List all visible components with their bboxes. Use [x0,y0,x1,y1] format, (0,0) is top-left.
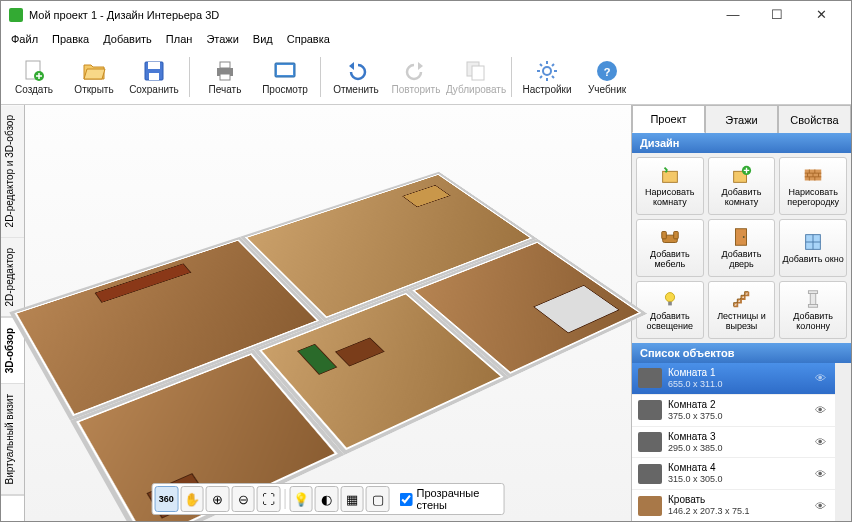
svg-rect-15 [662,171,677,182]
toolbar-new-button[interactable]: Создать [5,52,63,102]
zoom-in-button[interactable]: ⊕ [206,486,230,512]
window-title: Мой проект 1 - Дизайн Интерьера 3D [29,9,711,21]
maximize-button[interactable]: ☐ [755,4,799,26]
print-icon [213,59,237,83]
shade-button[interactable]: ◐ [315,486,339,512]
menubar: ФайлПравкаДобавитьПланЭтажиВидСправка [1,29,851,49]
lights-button[interactable]: 💡 [289,486,313,512]
menu-Файл[interactable]: Файл [5,31,44,47]
svg-rect-7 [220,74,230,80]
svg-rect-3 [148,62,160,69]
design-draw-room-button[interactable]: Нарисовать комнату [636,157,704,215]
toolbar-help-button[interactable]: ?Учебник [578,52,636,102]
right-tab-2[interactable]: Свойства [778,105,851,133]
menu-Справка[interactable]: Справка [281,31,336,47]
design-column-button[interactable]: Добавить колонну [779,281,847,339]
right-tabs: ПроектЭтажиСвойства [632,105,851,133]
object-row[interactable]: Комната 4315.0 x 305.0👁 [632,458,835,490]
svg-rect-28 [809,305,818,308]
viewport-toolbar: 360 ✋ ⊕ ⊖ ⛶ 💡 ◐ ▦ ▢ Прозрачные стены [152,483,505,515]
preview-icon [273,59,297,83]
window-icon [802,231,824,253]
scrollbar[interactable] [835,363,851,521]
svg-point-12 [543,67,551,75]
object-row[interactable]: Комната 2375.0 x 375.0👁 [632,395,835,427]
visibility-icon[interactable]: 👁 [815,436,829,448]
svg-point-23 [743,236,745,238]
minimize-button[interactable]: — [711,4,755,26]
object-row[interactable]: Комната 1655.0 x 311.0👁 [632,363,835,395]
visibility-icon[interactable]: 👁 [815,500,829,512]
door-icon [730,226,752,248]
right-tab-0[interactable]: Проект [632,105,705,133]
svg-rect-11 [472,66,484,80]
svg-text:?: ? [604,66,611,78]
svg-point-25 [665,293,674,302]
floor-plan-3d [9,172,647,522]
toolbar-save-button[interactable]: Сохранить [125,52,183,102]
menu-Вид[interactable]: Вид [247,31,279,47]
titlebar: Мой проект 1 - Дизайн Интерьера 3D — ☐ ✕ [1,1,851,29]
room-icon [638,464,662,484]
menu-Добавить[interactable]: Добавить [97,31,158,47]
fit-button[interactable]: ⛶ [257,486,281,512]
svg-rect-4 [149,73,159,80]
menu-Правка[interactable]: Правка [46,31,95,47]
wireframe-button[interactable]: ▢ [366,486,390,512]
pan-button[interactable]: ✋ [180,486,204,512]
app-icon [9,8,23,22]
bed-icon [638,496,662,516]
toolbar-open-button[interactable]: Открыть [65,52,123,102]
light-icon [659,288,681,310]
toolbar-preview-button[interactable]: Просмотр [256,52,314,102]
undo-icon [344,59,368,83]
right-tab-1[interactable]: Этажи [705,105,778,133]
svg-rect-22 [736,229,747,246]
3d-viewport[interactable]: 360 ✋ ⊕ ⊖ ⛶ 💡 ◐ ▦ ▢ Прозрачные стены [25,105,631,521]
object-row[interactable]: Кровать146.2 x 207.3 x 75.1👁 [632,490,835,521]
design-add-room-button[interactable]: Добавить комнату [708,157,776,215]
toolbar-redo-button: Повторить [387,52,445,102]
draw-room-icon [659,164,681,186]
rotate-360-button[interactable]: 360 [155,486,179,512]
visibility-icon[interactable]: 👁 [815,468,829,480]
dup-icon [464,59,488,83]
save-icon [142,59,166,83]
room-icon [638,400,662,420]
menu-План[interactable]: План [160,31,199,47]
design-light-button[interactable]: Добавить освещение [636,281,704,339]
open-icon [82,59,106,83]
design-stairs-button[interactable]: Лестницы и вырезы [708,281,776,339]
help-icon: ? [595,59,619,83]
view-tab[interactable]: 2D-редактор [1,238,24,318]
menu-Этажи[interactable]: Этажи [200,31,244,47]
texture-button[interactable]: ▦ [340,486,364,512]
zoom-out-button[interactable]: ⊖ [231,486,255,512]
view-tab[interactable]: 2D-редактор и 3D-обзор [1,105,24,238]
visibility-icon[interactable]: 👁 [815,404,829,416]
svg-rect-6 [220,62,230,68]
main-toolbar: СоздатьОткрытьСохранитьПечатьПросмотрОтм… [1,49,851,105]
view-tab[interactable]: Виртуальный визит [1,384,24,496]
right-panel: ПроектЭтажиСвойства Дизайн Нарисовать ко… [631,105,851,521]
wall-icon [802,164,824,186]
settings-icon [535,59,559,83]
toolbar-print-button[interactable]: Печать [196,52,254,102]
design-furniture-button[interactable]: Добавить мебель [636,219,704,277]
column-icon [802,288,824,310]
svg-rect-27 [809,291,818,294]
svg-rect-21 [673,232,678,239]
toolbar-settings-button[interactable]: Настройки [518,52,576,102]
design-window-button[interactable]: Добавить окно [779,219,847,277]
design-wall-button[interactable]: Нарисовать перегородку [779,157,847,215]
object-row[interactable]: Комната 3295.0 x 385.0👁 [632,427,835,459]
new-icon [22,59,46,83]
toolbar-dup-button: Дублировать [447,52,505,102]
transparent-walls-checkbox[interactable]: Прозрачные стены [400,487,502,511]
svg-rect-20 [662,232,667,239]
object-list: Комната 1655.0 x 311.0👁Комната 2375.0 x … [632,363,835,521]
visibility-icon[interactable]: 👁 [815,372,829,384]
close-button[interactable]: ✕ [799,4,843,26]
design-door-button[interactable]: Добавить дверь [708,219,776,277]
toolbar-undo-button[interactable]: Отменить [327,52,385,102]
